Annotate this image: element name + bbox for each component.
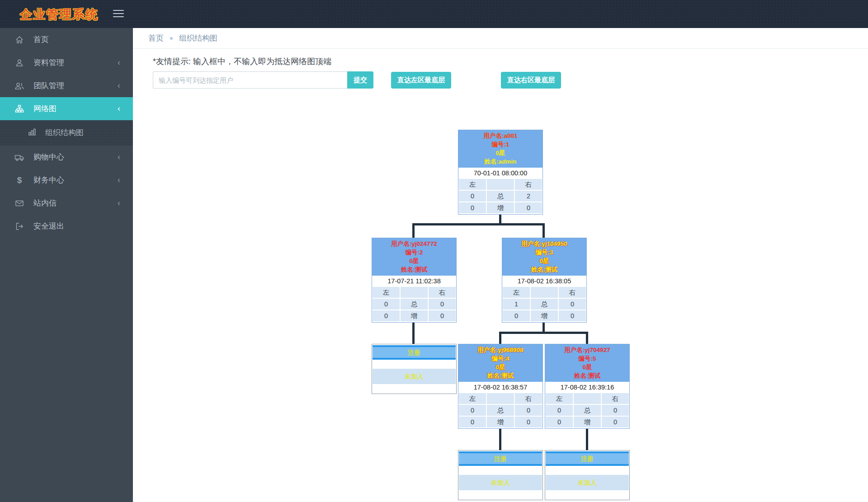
stat-left-total: 0 — [373, 299, 400, 310]
org-node-4[interactable]: 用户名:yj968908 编号:4 0星 姓名:测试 17-08-02 16:3… — [458, 344, 543, 429]
stat-empty-cell — [487, 179, 514, 190]
node-date: 17-07-21 11:02:38 — [372, 276, 456, 287]
register-node[interactable]: 注册 未加入 — [545, 450, 630, 500]
stat-right-inc: 0 — [515, 417, 542, 427]
stat-inc-label: 增 — [401, 310, 428, 321]
node-date: 17-08-02 16:39:16 — [545, 382, 629, 393]
chevron-left-icon: ‹ — [118, 51, 120, 74]
sidebar-item-team[interactable]: 团队管理 ‹ — [0, 74, 133, 97]
register-title: 注册 — [459, 453, 542, 464]
node-number: 编号:5 — [545, 354, 629, 363]
breadcrumb-current: 组织结构图 — [179, 33, 217, 43]
node-number: 编号:1 — [458, 140, 542, 149]
stat-empty-cell — [531, 287, 558, 298]
register-status: 未加入 — [546, 475, 629, 490]
node-username: 用户名:yj704927 — [545, 346, 629, 354]
stat-left-label: 左 — [503, 287, 530, 298]
node-username: 用户名:yj104950 — [502, 239, 586, 248]
sidebar-item-label: 购物中心 — [33, 153, 64, 161]
sidebar-item-logout[interactable]: 安全退出 — [0, 215, 133, 238]
node-name: 姓名:测试 — [458, 371, 542, 380]
node-stats-table: 左 右 0 总 0 0 增 0 — [458, 393, 542, 428]
chevron-left-icon: ‹ — [118, 192, 120, 215]
sidebar-item-label: 站内信 — [33, 199, 57, 207]
stat-right-label: 右 — [602, 393, 629, 404]
stat-empty-cell — [487, 393, 514, 404]
register-status: 未加入 — [373, 369, 456, 384]
register-node[interactable]: 注册 未加入 — [372, 344, 457, 394]
connector-line — [499, 213, 501, 224]
stat-left-inc: 0 — [503, 310, 530, 321]
stat-right-label: 右 — [515, 179, 542, 190]
user-icon — [13, 51, 26, 74]
stat-right-inc: 0 — [429, 310, 456, 321]
stat-right-total: 0 — [515, 405, 542, 416]
hamburger-menu-icon[interactable] — [113, 10, 124, 19]
sidebar-item-home[interactable]: 首页 — [0, 28, 133, 51]
users-icon — [13, 74, 26, 97]
stat-right-label: 右 — [559, 287, 586, 298]
register-title: 注册 — [546, 453, 629, 464]
top-bar: 企业管理系统 — [0, 0, 868, 28]
stat-right-label: 右 — [515, 393, 542, 404]
sidebar-item-finance[interactable]: $ 财务中心 ‹ — [0, 169, 133, 192]
register-node[interactable]: 注册 未加入 — [458, 450, 543, 500]
stat-empty-cell — [574, 393, 601, 404]
sitemap-icon — [13, 97, 26, 120]
register-title: 注册 — [373, 347, 456, 358]
node-stats-table: 左 右 0 总 2 0 增 0 — [458, 179, 542, 214]
app-logo: 企业管理系统 — [20, 6, 99, 23]
connector-line — [412, 223, 545, 225]
org-node-2[interactable]: 用户名:yj024772 编号:2 0星 姓名:测试 17-07-21 11:0… — [372, 238, 457, 323]
node-stats-table: 左 右 0 总 0 0 增 0 — [372, 287, 456, 322]
node-star: 0星 — [502, 257, 586, 265]
stat-left-total: 0 — [546, 405, 573, 416]
stat-right-label: 右 — [429, 287, 456, 298]
chevron-left-icon: ‹ — [118, 74, 120, 97]
sidebar-item-org-chart[interactable]: 组织结构图 — [0, 120, 133, 145]
stat-left-label: 左 — [459, 179, 486, 190]
stat-inc-label: 增 — [531, 310, 558, 321]
stat-total-label: 总 — [574, 405, 601, 416]
node-star: 0星 — [545, 363, 629, 371]
breadcrumb-home-link[interactable]: 首页 — [148, 33, 164, 43]
sidebar-item-label: 财务中心 — [33, 176, 64, 184]
node-username: 用户名:yj024772 — [372, 239, 456, 248]
bar-chart-icon — [25, 120, 39, 143]
node-star: 0星 — [458, 149, 542, 157]
node-stats-table: 左 右 0 总 0 0 增 0 — [545, 393, 629, 428]
stat-left-inc: 0 — [459, 417, 486, 427]
stat-right-inc: 0 — [559, 310, 586, 321]
sidebar-submenu-network: 组织结构图 — [0, 120, 133, 145]
stat-right-total: 0 — [602, 405, 629, 416]
stat-left-label: 左 — [459, 393, 486, 404]
register-status: 未加入 — [459, 475, 542, 490]
org-node-3[interactable]: 用户名:yj104950 编号:3 0星 姓名:测试 17-08-02 16:3… — [502, 238, 587, 323]
stat-left-label: 左 — [373, 287, 400, 298]
node-stats-table: 左 右 1 总 0 0 增 0 — [502, 287, 586, 322]
breadcrumb: 首页 组织结构图 — [133, 28, 868, 49]
sidebar-item-network[interactable]: 网络图 ‹ — [0, 97, 133, 120]
chevron-left-icon: ‹ — [118, 169, 120, 192]
stat-right-inc: 0 — [602, 417, 629, 427]
sidebar-item-profile[interactable]: 资料管理 ‹ — [0, 51, 133, 74]
stat-total-label: 总 — [401, 299, 428, 310]
node-name: 姓名:测试 — [545, 371, 629, 380]
sign-out-icon — [13, 215, 26, 238]
sidebar: 首页 资料管理 ‹ 团队管理 ‹ 网络图 ‹ 组织结构图 购 — [0, 28, 133, 502]
node-number: 编号:2 — [372, 248, 456, 257]
sidebar-item-messages[interactable]: 站内信 ‹ — [0, 192, 133, 215]
org-node-5[interactable]: 用户名:yj704927 编号:5 0星 姓名:测试 17-08-02 16:3… — [545, 344, 630, 429]
org-chart-canvas: 用户名:a001 编号:1 0星 姓名:admin 70-01-01 08:00… — [133, 49, 868, 502]
stat-left-inc: 0 — [546, 417, 573, 427]
stat-total-label: 总 — [487, 191, 514, 202]
stat-right-total: 2 — [515, 191, 542, 202]
node-username: 用户名:a001 — [458, 131, 542, 140]
envelope-icon — [13, 192, 26, 215]
stat-inc-label: 增 — [487, 202, 514, 213]
sidebar-item-label: 首页 — [33, 35, 49, 44]
org-node-1[interactable]: 用户名:a001 编号:1 0星 姓名:admin 70-01-01 08:00… — [458, 130, 543, 215]
sidebar-item-shopping[interactable]: 购物中心 ‹ — [0, 145, 133, 169]
stat-inc-label: 增 — [487, 417, 514, 427]
stat-left-inc: 0 — [373, 310, 400, 321]
